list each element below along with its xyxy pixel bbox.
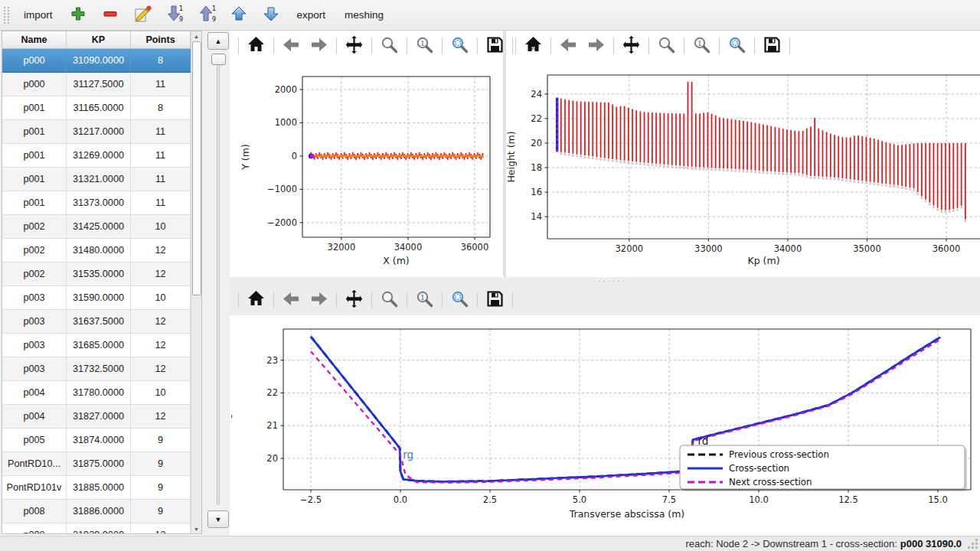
plan-view-canvas[interactable]: 320003400036000−2000−1000010002000X (m)Y… [230,61,504,277]
table-cell: 31929.0000 [67,523,131,534]
zoom-fit-button[interactable] [449,290,470,311]
save-button[interactable] [762,36,782,57]
sort-ascending-button[interactable]: 19 [197,5,217,25]
svg-text:5.0: 5.0 [573,494,586,505]
save-button[interactable] [485,36,505,57]
home-button[interactable] [246,36,266,57]
toolbar-separator [550,37,551,54]
table-row[interactable]: p00131321.000011 [2,168,191,191]
table-row[interactable]: p00031127.500011 [2,73,191,96]
previous-section-button[interactable]: ▲ [207,32,229,50]
table-cell: 13 [131,523,191,534]
zoom-button[interactable] [379,36,400,57]
table-row[interactable]: p00231480.000012 [2,239,191,262]
svg-text:1: 1 [212,5,216,12]
table-scrollbar-thumb[interactable] [192,41,201,295]
table-row[interactable]: p00531874.00009 [2,429,191,452]
back-button[interactable] [281,36,302,57]
table-row[interactable]: p00431780.000010 [2,381,191,405]
column-header-points[interactable]: Points [131,31,191,48]
svg-text:Height (m): Height (m) [231,383,232,435]
toolbar-separator [238,292,239,308]
home-button[interactable] [246,290,266,311]
back-button[interactable] [558,36,579,57]
table-row[interactable]: p00131165.00008 [2,96,191,120]
svg-text:X (m): X (m) [383,255,409,266]
zoom-fit-button[interactable] [727,36,747,57]
edit-section-button[interactable] [132,5,153,25]
table-row[interactable]: p00131269.000011 [2,144,191,168]
forward-button[interactable] [309,290,329,311]
table-cell: 31590.0000 [67,286,131,309]
table-row[interactable]: p00831886.00009 [2,500,191,523]
svg-text:34000: 34000 [774,243,802,254]
section-slider-handle[interactable] [211,54,226,65]
save-button[interactable] [485,290,505,311]
svg-text:2.5: 2.5 [483,494,497,505]
toolbar-separator [684,37,684,54]
pan-icon [345,35,364,57]
scroll-down-icon[interactable]: ▼ [191,524,201,533]
svg-text:15.0: 15.0 [928,494,948,505]
home-button[interactable] [523,36,544,57]
table-row[interactable]: p00231535.000012 [2,262,191,286]
sort-descending-button[interactable]: 19 [165,5,185,25]
zoom-icon [380,35,399,57]
table-cell: 9 [131,476,191,499]
resize-grip-icon[interactable] [975,546,978,549]
table-cell: 31875.0000 [67,452,131,475]
svg-text:20: 20 [531,138,542,148]
scroll-up-icon[interactable]: ▲ [191,31,201,41]
column-header-name[interactable]: Name [2,31,67,48]
table-row[interactable]: p00331637.500012 [2,310,191,334]
horizontal-splitter[interactable]: ······ [578,277,647,285]
table-cell: 10 [131,215,191,238]
move-down-button[interactable] [261,5,282,25]
table-row[interactable]: p00331590.000010 [2,286,191,310]
table-row[interactable]: PontRD10...31875.00009 [2,452,191,476]
zoom-one-button[interactable]: 1 [691,36,712,57]
table-row[interactable]: p00131373.000011 [2,191,191,215]
longitudinal-profile-canvas[interactable]: 3200033000340003500036000141618202224Kp … [507,61,980,277]
back-button[interactable] [281,290,302,311]
svg-text:Cross-section: Cross-section [729,463,789,474]
pan-button[interactable] [344,36,364,57]
move-up-button[interactable] [229,5,250,25]
pan-button[interactable] [344,290,364,311]
table-row[interactable]: p00231425.000010 [2,215,191,239]
zoom-fit-button[interactable] [449,36,470,57]
table-cell: 10 [131,381,191,404]
table-row[interactable]: p00831929.000013 [2,523,191,534]
table-cell: 31885.0000 [67,476,131,499]
meshing-button[interactable]: meshing [341,8,387,22]
zoom-button[interactable] [656,36,677,57]
column-header-kp[interactable]: KP [67,31,131,48]
export-button[interactable]: export [293,8,330,22]
forward-button[interactable] [586,36,606,57]
remove-section-button[interactable] [100,5,121,25]
svg-text:10.0: 10.0 [749,494,769,505]
cross-section-canvas[interactable]: rgrdPrevious cross-sectionCross-sectionN… [231,315,980,536]
pan-button[interactable] [621,36,642,57]
table-row[interactable]: p00331685.000012 [2,334,191,357]
toolbar-separator [613,37,614,54]
table-row[interactable]: p00331732.500012 [2,357,191,381]
table-row[interactable]: p00131217.000011 [2,120,191,144]
table-row[interactable]: p00031090.00008 [2,49,191,73]
svg-text:12.5: 12.5 [838,494,858,505]
zoom-one-button[interactable]: 1 [414,290,435,311]
table-cell: 8 [131,96,191,119]
add-section-button[interactable] [68,5,89,25]
section-slider-track[interactable] [217,55,220,505]
forward-button[interactable] [309,36,329,57]
toolbar-drag-handle-icon[interactable] [4,7,9,24]
zoom-button[interactable] [379,290,400,311]
zoom-one-button[interactable]: 1 [414,36,435,57]
table-row[interactable]: p00431827.000012 [2,405,191,429]
save-icon [485,289,505,311]
toolbar-separator [648,37,649,54]
table-row[interactable]: PontRD101v31885.00009 [2,476,191,500]
table-scrollbar[interactable]: ▲ ▼ [191,31,201,533]
next-section-button[interactable]: ▼ [207,510,229,528]
import-button[interactable]: import [20,8,57,22]
